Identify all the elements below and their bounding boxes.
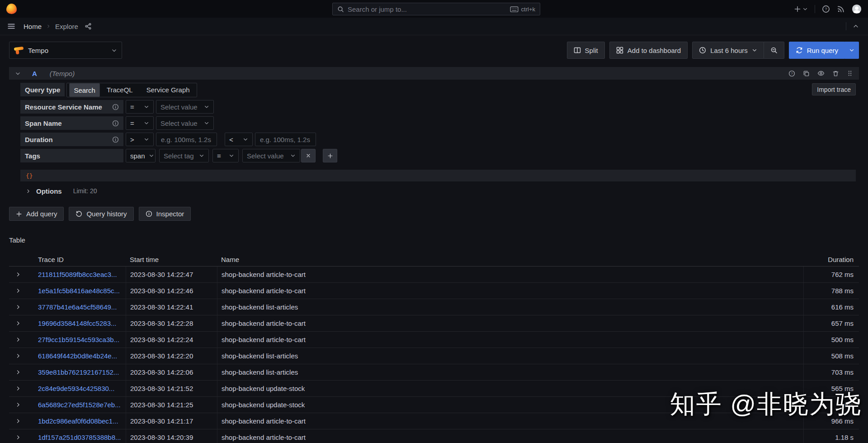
add-query-button[interactable]: Add query bbox=[9, 207, 64, 221]
chevron-down-icon bbox=[204, 120, 209, 126]
divider bbox=[815, 5, 815, 13]
split-button[interactable]: Split bbox=[567, 42, 605, 59]
tags-label: Tags bbox=[20, 149, 123, 162]
trace-id-link[interactable]: 2c84e9de5934c425830... bbox=[38, 385, 114, 392]
trace-id-link[interactable]: 37787b41e6a45cf58649... bbox=[38, 303, 117, 311]
start-time-cell: 2023-08-30 14:22:46 bbox=[126, 283, 217, 299]
duration-cell: 616 ms bbox=[803, 299, 859, 315]
name-cell: shop-backend article-to-cart bbox=[217, 267, 803, 282]
duration-max-input[interactable] bbox=[255, 133, 316, 146]
inspector-button[interactable]: Inspector bbox=[139, 207, 191, 221]
query-row-header: A (Tempo) ? bbox=[9, 67, 859, 80]
query-editor-body: Import trace Query type Search TraceQL S… bbox=[9, 80, 859, 197]
add-tag-button[interactable] bbox=[323, 149, 337, 162]
span-name-operator-select[interactable]: = bbox=[126, 116, 154, 130]
info-icon[interactable] bbox=[112, 120, 119, 127]
options-summary: Limit: 20 bbox=[73, 187, 97, 195]
row-expand-chevron-icon[interactable] bbox=[9, 283, 35, 299]
chevron-down-icon bbox=[149, 153, 154, 158]
global-search[interactable]: ctrl+k bbox=[332, 3, 540, 15]
duplicate-query-icon[interactable] bbox=[803, 70, 810, 77]
row-expand-chevron-icon[interactable] bbox=[9, 397, 35, 413]
trace-id-link[interactable]: 1df157a251d03785388b8... bbox=[38, 433, 121, 441]
trace-id-link[interactable]: 27f9cc1b59154c593ca3b... bbox=[38, 336, 119, 343]
help-icon[interactable]: ? bbox=[822, 5, 830, 13]
span-name-label: Span Name bbox=[20, 116, 123, 130]
start-time-cell: 2023-08-30 14:20:39 bbox=[126, 429, 217, 443]
tag-scope-select[interactable]: span bbox=[126, 149, 156, 162]
time-range-button[interactable]: Last 6 hours bbox=[692, 42, 764, 59]
tag-value-select[interactable]: Select value bbox=[242, 149, 300, 162]
row-expand-chevron-icon[interactable] bbox=[9, 364, 35, 380]
run-query-caret-button[interactable] bbox=[845, 42, 859, 59]
disable-query-eye-icon[interactable] bbox=[817, 70, 825, 77]
trace-id-link[interactable]: 6a5689c27ed5f1528e7eb... bbox=[38, 401, 121, 409]
query-history-button[interactable]: Query history bbox=[69, 207, 133, 221]
tab-traceql[interactable]: TraceQL bbox=[100, 83, 140, 96]
new-item-button[interactable] bbox=[794, 5, 808, 13]
menu-toggle-icon[interactable] bbox=[7, 22, 15, 30]
row-expand-chevron-icon[interactable] bbox=[9, 429, 35, 443]
trace-id-link[interactable]: 211811f5089fb8cc3eac3... bbox=[38, 271, 117, 278]
collapse-query-icon[interactable] bbox=[15, 71, 21, 76]
row-expand-chevron-icon[interactable] bbox=[9, 332, 35, 348]
start-time-cell: 2023-08-30 14:22:24 bbox=[126, 332, 217, 348]
grafana-logo-icon[interactable] bbox=[6, 4, 17, 14]
query-ref-id[interactable]: A bbox=[32, 70, 37, 77]
info-icon[interactable] bbox=[112, 104, 119, 110]
remove-tag-button[interactable] bbox=[301, 149, 316, 162]
row-expand-chevron-icon[interactable] bbox=[9, 267, 35, 282]
row-expand-chevron-icon[interactable] bbox=[9, 299, 35, 315]
name-cell: shop-backend article-to-cart bbox=[217, 315, 803, 331]
import-trace-button[interactable]: Import trace bbox=[812, 83, 856, 95]
name-cell: shop-backend article-to-cart bbox=[217, 332, 803, 348]
trace-id-link[interactable]: 19696d3584148fcc5283... bbox=[38, 319, 117, 327]
tag-operator-select[interactable]: = bbox=[212, 149, 239, 162]
tab-service-graph[interactable]: Service Graph bbox=[140, 83, 197, 96]
service-name-operator-select[interactable]: = bbox=[126, 100, 154, 114]
duration-cell: 762 ms bbox=[803, 267, 859, 282]
duration-cell: 703 ms bbox=[803, 364, 859, 380]
datasource-picker[interactable]: Tempo bbox=[9, 42, 122, 59]
share-icon[interactable] bbox=[85, 23, 92, 30]
breadcrumb-home[interactable]: Home bbox=[24, 23, 42, 30]
col-header-trace-id[interactable]: Trace ID bbox=[35, 253, 126, 266]
query-help-icon[interactable]: ? bbox=[788, 70, 795, 77]
duration-min-input[interactable] bbox=[156, 133, 217, 146]
col-header-start-time[interactable]: Start time bbox=[126, 253, 217, 266]
service-name-value-select[interactable]: Select value bbox=[156, 100, 214, 114]
news-rss-icon[interactable] bbox=[837, 5, 845, 13]
duration-max-operator-select[interactable]: < bbox=[225, 133, 253, 146]
duration-min-operator-select[interactable]: > bbox=[126, 133, 154, 146]
row-expand-chevron-icon[interactable] bbox=[9, 381, 35, 396]
time-zoom-out-button[interactable] bbox=[764, 42, 784, 59]
chevron-down-icon bbox=[229, 153, 234, 158]
options-row[interactable]: Options Limit: 20 bbox=[20, 185, 856, 197]
drag-handle-icon[interactable] bbox=[847, 70, 853, 76]
plus-icon bbox=[16, 211, 22, 217]
span-name-value-select[interactable]: Select value bbox=[156, 116, 214, 130]
col-header-name[interactable]: Name bbox=[217, 253, 803, 266]
table-header-row: Trace ID Start time Name Duration bbox=[9, 253, 859, 267]
row-expand-chevron-icon[interactable] bbox=[9, 348, 35, 364]
info-icon bbox=[146, 210, 152, 217]
trace-id-link[interactable]: 1bd2c986eaf0f6d08bec1... bbox=[38, 417, 118, 425]
plus-icon bbox=[794, 5, 801, 13]
trace-id-link[interactable]: 359e81bb762192167152... bbox=[38, 368, 119, 376]
delete-query-trash-icon[interactable] bbox=[832, 70, 839, 77]
run-query-button[interactable]: Run query bbox=[789, 42, 845, 59]
trace-id-link[interactable]: 1e5a1fc5b8416ae48c85c... bbox=[38, 287, 120, 295]
table-row: 27f9cc1b59154c593ca3b... 2023-08-30 14:2… bbox=[9, 332, 859, 348]
row-expand-chevron-icon[interactable] bbox=[9, 315, 35, 331]
search-shortcut: ctrl+k bbox=[510, 6, 535, 13]
collapse-up-icon[interactable] bbox=[853, 23, 859, 29]
col-header-duration[interactable]: Duration bbox=[803, 253, 859, 266]
user-avatar[interactable] bbox=[852, 4, 862, 14]
trace-id-link[interactable]: 618649f442b0d8e4b24e... bbox=[38, 352, 117, 360]
tag-name-select[interactable]: Select tag bbox=[159, 149, 209, 162]
add-to-dashboard-button[interactable]: Add to dashboard bbox=[609, 42, 688, 59]
tab-search[interactable]: Search bbox=[69, 83, 100, 97]
search-input[interactable] bbox=[348, 5, 506, 13]
info-icon[interactable] bbox=[112, 136, 119, 143]
row-expand-chevron-icon[interactable] bbox=[9, 413, 35, 429]
